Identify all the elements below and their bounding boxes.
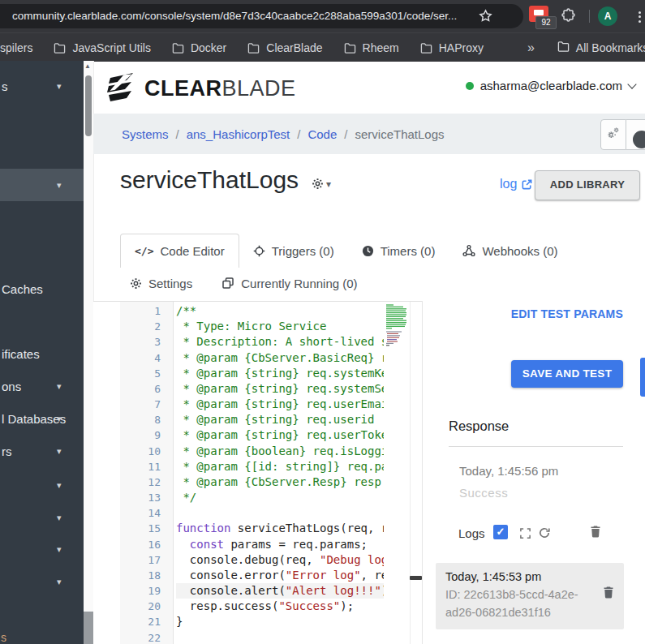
- bookmark-item[interactable]: JavaScript Utils: [54, 41, 150, 54]
- code-line-3[interactable]: 3 * Description: A short-lived s: [93, 334, 422, 350]
- tab-timers-0[interactable]: Timers (0): [348, 234, 449, 268]
- editor-minimap[interactable]: [385, 303, 410, 350]
- scrollbar-thumb[interactable]: [85, 75, 92, 136]
- code-line-6[interactable]: 6 * @param {string} req.systemSe: [93, 381, 422, 397]
- code-text[interactable]: * Description: A short-lived s: [176, 334, 384, 350]
- code-line-9[interactable]: 9 * @param {string} req.userToke: [93, 427, 422, 443]
- code-lines[interactable]: 1/**2 * Type: Micro Service3 * Descripti…: [93, 303, 422, 644]
- code-text[interactable]: * @param {string} req.systemKe: [176, 366, 384, 381]
- all-bookmarks[interactable]: All Bookmarks: [557, 41, 645, 54]
- logs-checkbox[interactable]: ✓: [493, 525, 508, 539]
- logs-refresh-icon[interactable]: [538, 526, 551, 543]
- code-text[interactable]: [176, 630, 384, 644]
- bookmarks-overflow-chevron[interactable]: »: [527, 41, 535, 55]
- code-line-12[interactable]: 12 * @param {CbServer.Resp} resp: [93, 474, 422, 490]
- tab-triggers-0[interactable]: Triggers (0): [239, 234, 348, 268]
- code-line-16[interactable]: 16 const params = req.params;: [93, 537, 422, 552]
- code-text[interactable]: resp.success("Success");: [176, 599, 384, 614]
- clearblade-logo[interactable]: CLEARBLADE: [105, 73, 296, 104]
- code-text[interactable]: * @param {[id: string]} req.pa: [176, 459, 384, 474]
- code-line-10[interactable]: 10 * @param {boolean} req.isLoggi: [93, 444, 422, 459]
- browser-avatar[interactable]: A: [598, 6, 617, 26]
- sidebar-item-ificates[interactable]: ificates: [0, 337, 84, 370]
- code-line-2[interactable]: 2 * Type: Micro Service: [93, 319, 422, 334]
- tab-code-editor[interactable]: </>Code Editor: [120, 234, 239, 268]
- code-line-19[interactable]: 19 console.alert("Alert log!!!"): [93, 583, 422, 599]
- code-text[interactable]: console.alert("Alert log!!!"): [176, 583, 384, 599]
- code-text[interactable]: const params = req.params;: [176, 537, 384, 552]
- url-bar[interactable]: community.clearblade.com/console/system/…: [0, 4, 523, 28]
- extensions-puzzle-icon[interactable]: [561, 8, 576, 26]
- code-line-4[interactable]: 4 * @param {CbServer.BasicReq} r: [93, 350, 422, 366]
- code-line-21[interactable]: 21}: [93, 614, 422, 629]
- bookmark-star-icon[interactable]: [479, 9, 492, 26]
- code-text[interactable]: * @param {string} req.systemSe: [176, 381, 384, 397]
- code-editor[interactable]: 1/**2 * Type: Micro Service3 * Descripti…: [93, 301, 422, 644]
- notifications-button[interactable]: [626, 119, 645, 150]
- code-line-8[interactable]: 8 * @param {string} req.userid: [93, 412, 422, 427]
- sidebar-item-caches[interactable]: Caches: [0, 273, 84, 305]
- breadcrumb-systems[interactable]: Systems: [122, 127, 169, 141]
- edit-test-params-link[interactable]: EDIT TEST PARAMS: [511, 307, 623, 320]
- url-text[interactable]: community.clearblade.com/console/system/…: [12, 4, 475, 28]
- code-line-15[interactable]: 15function serviceThatLogs(req, r: [93, 521, 422, 536]
- sidebar-item[interactable]: ▾: [0, 533, 84, 565]
- code-text[interactable]: * Type: Micro Service: [176, 319, 384, 334]
- add-library-button[interactable]: ADD LIBRARY: [535, 170, 640, 200]
- code-text[interactable]: * @param {string} req.userEmai: [176, 397, 384, 412]
- code-line-1[interactable]: 1/**: [93, 303, 422, 319]
- tab-currently-running-0[interactable]: Currently Running (0): [221, 277, 357, 290]
- code-line-11[interactable]: 11 * @param {[id: string]} req.pa: [93, 459, 422, 474]
- code-text[interactable]: * @param {string} req.userToke: [176, 427, 384, 443]
- code-text[interactable]: * @param {CbServer.BasicReq} r: [176, 350, 384, 366]
- browser-menu-icon[interactable]: [639, 9, 642, 24]
- code-line-17[interactable]: 17 console.debug(req, "Debug log: [93, 552, 422, 568]
- code-line-20[interactable]: 20 resp.success("Success");: [93, 599, 422, 614]
- code-line-5[interactable]: 5 * @param {string} req.systemKe: [93, 366, 422, 381]
- code-text[interactable]: [176, 505, 384, 521]
- bookmark-item[interactable]: Rheem: [344, 41, 399, 54]
- sidebar-item-s[interactable]: s▾: [0, 70, 84, 102]
- breadcrumb-code[interactable]: Code: [307, 127, 337, 141]
- code-line-22[interactable]: 22: [93, 630, 422, 644]
- code-text[interactable]: }: [176, 614, 384, 629]
- sidebar-item[interactable]: ▾: [0, 565, 84, 598]
- sidebar-item-l-databases[interactable]: l Databases▾: [0, 402, 84, 435]
- service-settings-gear-icon[interactable]: [312, 178, 324, 193]
- code-text[interactable]: * @param {boolean} req.isLoggi: [176, 444, 384, 459]
- bookmark-item[interactable]: HAProxy: [420, 41, 484, 54]
- sidebar-item[interactable]: ▾: [0, 469, 84, 501]
- code-text[interactable]: * @param {string} req.userid: [176, 412, 384, 427]
- tab-webhooks-0[interactable]: Webhooks (0): [449, 234, 571, 268]
- code-line-13[interactable]: 13 */: [93, 490, 422, 505]
- code-text[interactable]: console.debug(req, "Debug log: [176, 552, 384, 568]
- cut-off-button[interactable]: [640, 358, 645, 397]
- sidebar-item-rs[interactable]: rs▾: [0, 435, 84, 467]
- code-text[interactable]: */: [176, 490, 384, 505]
- code-text[interactable]: console.error("Error log", re: [176, 568, 384, 583]
- logs-clear-trash-icon[interactable]: [590, 525, 601, 541]
- sidebar-item[interactable]: ▾: [0, 169, 84, 201]
- breadcrumb-ans_hashicorptest[interactable]: ans_HashicorpTest: [187, 127, 290, 141]
- code-line-18[interactable]: 18 console.error("Error log", re: [93, 568, 422, 583]
- tab-settings[interactable]: Settings: [130, 277, 192, 290]
- system-settings-button[interactable]: [600, 119, 626, 150]
- service-settings-caret-icon[interactable]: ▾: [326, 178, 331, 190]
- code-text[interactable]: * @param {CbServer.Resp} resp: [176, 474, 384, 490]
- bookmark-item[interactable]: ClearBlade: [247, 41, 322, 54]
- log-link[interactable]: log: [500, 177, 533, 191]
- bookmark-item[interactable]: spilers: [0, 41, 32, 54]
- bookmark-item[interactable]: Docker: [172, 41, 226, 54]
- account-menu[interactable]: asharma@clearblade.com: [466, 79, 635, 92]
- sidebar-item-ons[interactable]: ons▾: [0, 370, 84, 402]
- code-text[interactable]: function serviceThatLogs(req, r: [176, 521, 384, 536]
- scroll-up-arrow-icon[interactable]: ▲: [84, 62, 91, 70]
- save-and-test-button[interactable]: SAVE AND TEST: [511, 360, 623, 388]
- code-line-14[interactable]: 14: [93, 505, 422, 521]
- code-line-7[interactable]: 7 * @param {string} req.userEmai: [93, 397, 422, 412]
- code-text[interactable]: /**: [176, 303, 384, 319]
- editor-resize-handle[interactable]: [410, 576, 422, 580]
- sidebar-item[interactable]: ▾: [0, 501, 84, 534]
- log-entry-trash-icon[interactable]: [603, 586, 614, 602]
- logs-expand-icon[interactable]: [519, 527, 531, 543]
